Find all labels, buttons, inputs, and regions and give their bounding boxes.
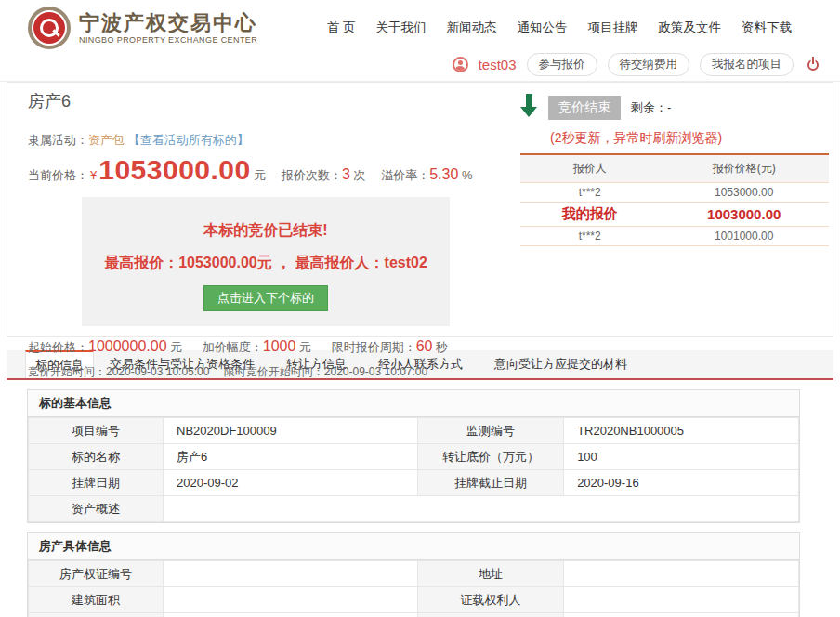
brand-name-cn: 宁波产权交易中心 xyxy=(79,11,257,34)
affiliation-label: 隶属活动： xyxy=(28,133,88,147)
field-label: 项目编号 xyxy=(29,418,164,444)
view-all-targets-link[interactable]: 【查看活动所有标的】 xyxy=(128,133,249,147)
basic-info-title: 标的基本信息 xyxy=(28,390,799,417)
times-unit: 次 xyxy=(354,168,366,182)
username[interactable]: test03 xyxy=(479,57,517,72)
my-bid-row: 我的报价 1003000.00 xyxy=(520,203,829,227)
main-nav: 首 页 关于我们 新闻动态 通知公告 项目挂牌 政策及文件 资料下载 xyxy=(327,20,792,36)
yuan-unit: 元 xyxy=(170,340,182,354)
price-column-header: 报价价格(元) xyxy=(659,154,829,183)
field-label: 建筑面积 xyxy=(29,587,164,613)
field-value: 100 xyxy=(564,444,799,470)
remaining-time: 剩余：- xyxy=(631,99,671,116)
field-label: 标的名称 xyxy=(29,444,164,470)
table-row: 建成时间 已用年限 xyxy=(29,613,799,617)
table-row: 房产权证编号 地址 xyxy=(29,561,799,587)
cycle-value: 60 xyxy=(416,338,433,354)
my-projects-button[interactable]: 我报名的项目 xyxy=(700,53,794,76)
percent-unit: % xyxy=(462,168,473,182)
join-bidding-button[interactable]: 参与报价 xyxy=(527,53,597,76)
current-price-label: 当前价格： xyxy=(28,168,88,182)
bidder-cell: 我的报价 xyxy=(520,203,659,227)
field-label: 地址 xyxy=(417,561,564,587)
property-info-title: 房产具体信息 xyxy=(28,533,799,560)
auction-ended-message: 本标的竞价已结束! xyxy=(82,221,450,241)
table-row: 挂牌日期 2020-09-02 挂牌截止日期 2020-09-16 xyxy=(29,470,799,496)
bid-table-header-row: 报价人 报价价格(元) xyxy=(520,154,829,183)
bidder-column-header: 报价人 xyxy=(520,154,659,183)
field-label: 资产概述 xyxy=(29,496,164,522)
start-price-line: 起始价格：1000000.00 元 加价幅度：1000 元 限时报价周期：60 … xyxy=(28,338,833,356)
user-bar: test03 参与报价 待交纳费用 我报名的项目 xyxy=(0,56,840,82)
current-price-value: 1053000.00 xyxy=(98,154,251,185)
affiliation-name: 资产包 xyxy=(88,133,125,147)
start-time-value: 2020-09-03 10:05:00 xyxy=(106,365,209,378)
basic-info-table: 项目编号 NB2020DF100009 监测编号 TR2020NB1000005… xyxy=(28,417,799,522)
start-price-value: 1000000.00 xyxy=(88,338,167,354)
premium-label: 溢价率： xyxy=(381,168,429,182)
brand-name-en: NINGBO PROPERTY EXCHANGE CENTER xyxy=(79,35,257,45)
logout-icon[interactable] xyxy=(806,57,821,72)
bid-row: t***2 1053000.00 xyxy=(520,183,829,203)
field-label: 证载权利人 xyxy=(417,587,564,613)
brand-text: 宁波产权交易中心 NINGBO PROPERTY EXCHANGE CENTER xyxy=(79,11,257,44)
pending-fees-button[interactable]: 待交纳费用 xyxy=(608,53,690,76)
premium-value: 5.30 xyxy=(429,166,458,182)
limit-time-value: 2020-09-03 10:07:00 xyxy=(324,365,427,378)
cycle-label: 限时报价周期： xyxy=(332,340,416,354)
field-value xyxy=(164,561,418,587)
bid-status-row: 竞价结束 剩余：- xyxy=(520,94,829,122)
property-info-section: 房产具体信息 房产权证编号 地址 建筑面积 证载权利人 建成时间 已用年限 xyxy=(27,532,800,617)
refresh-note: (2秒更新，异常时刷新浏览器) xyxy=(550,130,829,147)
field-value xyxy=(164,587,418,613)
field-label: 监测编号 xyxy=(417,418,564,444)
field-value xyxy=(164,613,418,617)
price-cell: 1003000.00 xyxy=(659,203,829,227)
brand-logo-icon xyxy=(28,7,71,49)
table-row: 建筑面积 证载权利人 xyxy=(29,587,799,613)
field-value xyxy=(564,587,799,613)
field-value: NB2020DF100009 xyxy=(164,418,418,444)
nav-item-about[interactable]: 关于我们 xyxy=(376,20,427,36)
price-cell: 1001000.00 xyxy=(659,227,829,246)
field-label: 建成时间 xyxy=(29,613,164,617)
bid-panel: 竞价结束 剩余：- (2秒更新，异常时刷新浏览器) 报价人 报价价格(元) t*… xyxy=(520,94,829,246)
bidder-cell: t***2 xyxy=(520,227,659,246)
table-row: 资产概述 xyxy=(29,496,799,522)
table-row: 项目编号 NB2020DF100009 监测编号 TR2020NB1000005 xyxy=(29,418,799,444)
yuan-unit: 元 xyxy=(254,168,266,182)
field-value xyxy=(164,496,799,522)
table-row: 标的名称 房产6 转让底价（万元） 100 xyxy=(29,444,799,470)
status-badge: 竞价结束 xyxy=(548,96,621,120)
auction-result-box: 本标的竞价已结束! 最高报价：1053000.00元 ， 最高报价人：test0… xyxy=(82,197,450,326)
highest-bid-message: 最高报价：1053000.00元 ， 最高报价人：test02 xyxy=(82,254,450,273)
nav-item-listings[interactable]: 项目挂牌 xyxy=(588,20,638,36)
bid-row: t***2 1001000.00 xyxy=(520,227,829,246)
field-value: 2020-09-02 xyxy=(164,470,418,496)
field-label: 挂牌日期 xyxy=(29,470,164,496)
next-target-button[interactable]: 点击进入下个标的 xyxy=(203,285,328,311)
start-price-label: 起始价格： xyxy=(28,340,88,354)
site-header: 宁波产权交易中心 NINGBO PROPERTY EXCHANGE CENTER… xyxy=(0,0,840,56)
nav-item-news[interactable]: 新闻动态 xyxy=(447,20,497,36)
user-avatar-icon xyxy=(453,57,468,72)
field-label: 已用年限 xyxy=(417,613,564,617)
field-value xyxy=(564,561,799,587)
brand-logo[interactable]: 宁波产权交易中心 NINGBO PROPERTY EXCHANGE CENTER xyxy=(28,7,257,49)
limit-time-label: 限时竞价开始时间： xyxy=(224,365,324,378)
field-value xyxy=(564,613,799,617)
nav-item-notices[interactable]: 通知公告 xyxy=(518,20,568,36)
field-label: 转让底价（万元） xyxy=(417,444,564,470)
increment-label: 加价幅度： xyxy=(203,340,263,354)
price-cell: 1053000.00 xyxy=(659,183,829,203)
nav-item-home[interactable]: 首 页 xyxy=(327,20,356,36)
seconds-unit: 秒 xyxy=(436,340,448,354)
bid-count-value: 3 xyxy=(342,166,350,182)
currency-symbol: ¥ xyxy=(90,168,97,182)
nav-item-downloads[interactable]: 资料下载 xyxy=(742,20,792,36)
field-label: 挂牌截止日期 xyxy=(417,470,564,496)
nav-item-policies[interactable]: 政策及文件 xyxy=(659,20,722,36)
listing-panel: 房产6 隶属活动：资产包 【查看活动所有标的】 当前价格：¥1053000.00… xyxy=(7,82,833,337)
basic-info-section: 标的基本信息 项目编号 NB2020DF100009 监测编号 TR2020NB… xyxy=(27,389,800,523)
field-value: TR2020NB1000005 xyxy=(564,418,799,444)
